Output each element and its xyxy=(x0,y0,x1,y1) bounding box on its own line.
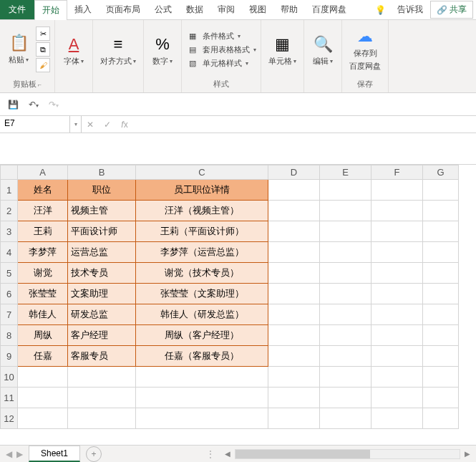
cell-a12[interactable] xyxy=(18,408,68,429)
cell-f2[interactable] xyxy=(371,201,423,221)
menu-insert[interactable]: 插入 xyxy=(67,0,99,19)
cell-b2[interactable]: 视频主管 xyxy=(68,201,136,221)
col-header-d[interactable]: D xyxy=(268,165,320,180)
row-header-1[interactable]: 1 xyxy=(1,180,18,201)
tab-nav[interactable]: ◀▶ xyxy=(0,449,29,459)
cell-b4[interactable]: 运营总监 xyxy=(68,242,136,263)
cell-f11[interactable] xyxy=(371,388,423,408)
cell-e3[interactable] xyxy=(320,221,371,242)
sheet-tab-1[interactable]: Sheet1 xyxy=(29,446,80,462)
cell-d2[interactable] xyxy=(268,201,320,221)
cell-b12[interactable] xyxy=(68,408,136,429)
menu-review[interactable]: 审阅 xyxy=(210,0,242,19)
cell-g1[interactable] xyxy=(423,180,459,201)
cell-e11[interactable] xyxy=(320,388,371,408)
undo-button[interactable]: ↶▾ xyxy=(26,97,41,112)
menu-tell-me[interactable]: 告诉我 xyxy=(390,0,430,19)
spreadsheet-grid[interactable]: A B C D E F G 1 姓名 职位 员工职位详情 2汪洋视频主管汪洋（视… xyxy=(0,165,476,445)
col-header-e[interactable]: E xyxy=(320,165,371,180)
col-header-f[interactable]: F xyxy=(371,165,423,180)
row-header-4[interactable]: 4 xyxy=(1,242,18,263)
cell-a3[interactable]: 王莉 xyxy=(18,221,68,242)
cell-a9[interactable]: 任嘉 xyxy=(18,346,68,367)
cell-f5[interactable] xyxy=(371,263,423,284)
cell-g5[interactable] xyxy=(423,263,459,284)
cell-f8[interactable] xyxy=(371,325,423,346)
paste-button[interactable]: 📋 粘贴▾ xyxy=(4,32,33,67)
cell-a6[interactable]: 张莹莹 xyxy=(18,284,68,304)
select-all-corner[interactable] xyxy=(1,165,18,180)
cancel-formula-button[interactable]: ✕ xyxy=(82,116,99,133)
editing-dropdown[interactable]: 🔍 编辑▾ xyxy=(309,34,337,68)
cell-b5[interactable]: 技术专员 xyxy=(68,263,136,284)
menu-data[interactable]: 数据 xyxy=(179,0,210,19)
cell-c2[interactable]: 汪洋（视频主管） xyxy=(136,201,268,221)
menu-formulas[interactable]: 公式 xyxy=(147,0,179,19)
cell-d9[interactable] xyxy=(268,346,320,367)
horizontal-scrollbar[interactable]: ◀ ▶ xyxy=(219,449,476,459)
fx-button[interactable]: fx xyxy=(116,116,133,133)
cell-c11[interactable] xyxy=(136,388,268,408)
cell-d7[interactable] xyxy=(268,304,320,325)
enter-formula-button[interactable]: ✓ xyxy=(99,116,116,133)
cell-c9[interactable]: 任嘉（客服专员） xyxy=(136,346,268,367)
menu-file[interactable]: 文件 xyxy=(0,0,34,19)
redo-button[interactable]: ↷▾ xyxy=(47,97,61,112)
cell-c12[interactable] xyxy=(136,408,268,429)
cell-a5[interactable]: 谢觉 xyxy=(18,263,68,284)
cell-f9[interactable] xyxy=(371,346,423,367)
format-as-table[interactable]: ▤套用表格格式▾ xyxy=(186,44,256,55)
format-painter-button[interactable]: 🖌 xyxy=(36,58,50,72)
cell-f12[interactable] xyxy=(371,408,423,429)
cell-b10[interactable] xyxy=(68,367,136,388)
col-header-g[interactable]: G xyxy=(423,165,459,180)
cell-c4[interactable]: 李梦萍（运营总监） xyxy=(136,242,268,263)
copy-button[interactable]: ⧉ xyxy=(36,42,50,57)
cell-e10[interactable] xyxy=(320,367,371,388)
cell-e5[interactable] xyxy=(320,263,371,284)
formula-input[interactable] xyxy=(133,116,476,133)
cell-f10[interactable] xyxy=(371,367,423,388)
cell-a10[interactable] xyxy=(18,367,68,388)
cell-g8[interactable] xyxy=(423,325,459,346)
cell-g4[interactable] xyxy=(423,242,459,263)
cell-d1[interactable] xyxy=(268,180,320,201)
cell-g7[interactable] xyxy=(423,304,459,325)
cell-a1[interactable]: 姓名 xyxy=(18,180,68,201)
cell-d5[interactable] xyxy=(268,263,320,284)
cell-d8[interactable] xyxy=(268,325,320,346)
name-box[interactable]: E7 xyxy=(0,116,70,133)
add-sheet-button[interactable]: + xyxy=(86,446,102,462)
cells-dropdown[interactable]: ▦ 单元格▾ xyxy=(266,34,299,68)
share-button[interactable]: 🔗 共享 xyxy=(430,1,473,19)
cell-g12[interactable] xyxy=(423,408,459,429)
cell-c3[interactable]: 王莉（平面设计师） xyxy=(136,221,268,242)
col-header-a[interactable]: A xyxy=(18,165,68,180)
cell-e8[interactable] xyxy=(320,325,371,346)
scroll-left-button[interactable]: ◀ xyxy=(222,450,233,458)
font-dropdown[interactable]: A 字体▾ xyxy=(59,34,88,68)
tab-split-icon[interactable]: ⋮ xyxy=(202,449,219,459)
cell-b6[interactable]: 文案助理 xyxy=(68,284,136,304)
cell-c6[interactable]: 张莹莹（文案助理） xyxy=(136,284,268,304)
cell-a2[interactable]: 汪洋 xyxy=(18,201,68,221)
cell-f6[interactable] xyxy=(371,284,423,304)
cut-button[interactable]: ✂ xyxy=(36,27,50,41)
cell-d6[interactable] xyxy=(268,284,320,304)
cell-g6[interactable] xyxy=(423,284,459,304)
col-header-b[interactable]: B xyxy=(68,165,136,180)
row-header-5[interactable]: 5 xyxy=(1,263,18,284)
cell-c8[interactable]: 周纵（客户经理） xyxy=(136,325,268,346)
cell-b7[interactable]: 研发总监 xyxy=(68,304,136,325)
cell-g2[interactable] xyxy=(423,201,459,221)
row-header-3[interactable]: 3 xyxy=(1,221,18,242)
cell-a4[interactable]: 李梦萍 xyxy=(18,242,68,263)
cell-e2[interactable] xyxy=(320,201,371,221)
scroll-right-button[interactable]: ▶ xyxy=(462,450,473,458)
conditional-formatting[interactable]: ▦条件格式▾ xyxy=(186,30,256,42)
row-header-11[interactable]: 11 xyxy=(1,388,18,408)
row-header-9[interactable]: 9 xyxy=(1,346,18,367)
scroll-thumb[interactable] xyxy=(235,450,370,458)
number-format-dropdown[interactable]: % 数字▾ xyxy=(148,34,177,68)
cell-f4[interactable] xyxy=(371,242,423,263)
